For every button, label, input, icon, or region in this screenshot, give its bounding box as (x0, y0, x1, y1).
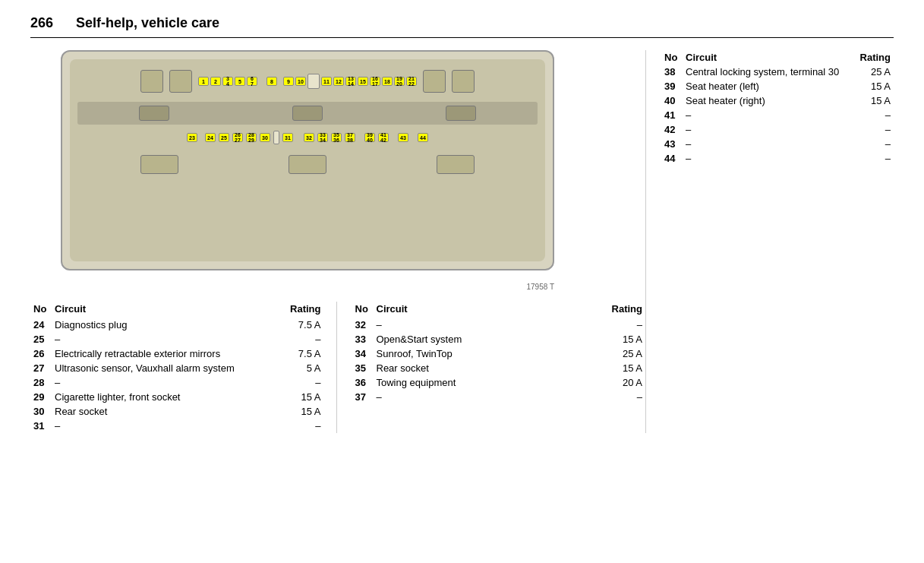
fuse-box-image: 1 2 34 5 67 8 9 10 11 (61, 50, 554, 270)
left-table-col: No Circuit Rating 24 Diagnostics plug 7.… (30, 302, 337, 433)
fuse-rating: 15 A (581, 332, 645, 346)
fuse-circuit: Seat heater (right) (683, 93, 854, 108)
middle-table-col: No Circuit Rating 32 – – 33 Open&Start s… (337, 302, 646, 433)
fuse-rating: – (854, 122, 894, 137)
fuse-no: 25 (30, 332, 52, 346)
right-fuse-table: No Circuit Rating 38 Central locking sys… (661, 50, 894, 166)
fuse-no: 28 (30, 375, 52, 390)
fuse-circuit: Rear socket (52, 404, 278, 419)
fuse-no: 24 (30, 318, 52, 332)
fuse-rating: – (854, 151, 894, 166)
fuse-circuit: Electrically retractable exterior mirror… (52, 346, 278, 361)
fuse-circuit: Ultrasonic sensor, Vauxhall alarm system (52, 361, 278, 375)
fuse-no: 29 (30, 390, 52, 404)
fuse-circuit: Rear socket (374, 361, 581, 375)
fuse-rating: 7.5 A (278, 346, 324, 361)
table-row: 43 – – (661, 137, 894, 151)
fuse-rating: 15 A (278, 404, 324, 419)
table-row: 25 – – (30, 332, 324, 346)
fuse-circuit: Seat heater (left) (683, 79, 854, 93)
fuse-rating: 5 A (278, 361, 324, 375)
fuse-no: 43 (661, 137, 683, 151)
fuse-rating: 20 A (581, 375, 645, 390)
fuse-rating: – (581, 390, 645, 404)
fuse-rating: – (581, 318, 645, 332)
table-row: 28 – – (30, 375, 324, 390)
fuse-circuit: – (52, 332, 278, 346)
left-table-no-header: No (30, 302, 52, 318)
fuse-box-diagram: 1 2 34 5 67 8 9 10 11 (61, 50, 554, 270)
table-row: 37 – – (352, 390, 646, 404)
right-section: No Circuit Rating 38 Central locking sys… (645, 50, 894, 433)
fuse-no: 26 (30, 346, 52, 361)
table-row: 35 Rear socket 15 A (352, 361, 646, 375)
page: 266 Self-help, vehicle care (0, 0, 924, 448)
fuse-rating: 25 A (854, 65, 894, 79)
fuse-no: 44 (661, 151, 683, 166)
fuse-circuit: – (52, 419, 278, 433)
fuse-circuit: Open&Start system (374, 332, 581, 346)
right-table-circuit-header: Circuit (683, 50, 854, 65)
fuse-rating: 15 A (854, 93, 894, 108)
right-table-no-header: No (661, 50, 683, 65)
fuse-rating: – (278, 375, 324, 390)
fuse-rating: 7.5 A (278, 318, 324, 332)
fuse-no: 41 (661, 108, 683, 122)
left-section: 1 2 34 5 67 8 9 10 11 (30, 50, 645, 433)
fuse-no: 35 (352, 361, 374, 375)
left-table-rating-header: Rating (278, 302, 324, 318)
table-row: 40 Seat heater (right) 15 A (661, 93, 894, 108)
table-row: 26 Electrically retractable exterior mir… (30, 346, 324, 361)
right-table-rating-header: Rating (854, 50, 894, 65)
image-reference: 17958 T (61, 283, 554, 291)
content-area: 1 2 34 5 67 8 9 10 11 (30, 50, 894, 433)
table-row: 36 Towing equipment 20 A (352, 375, 646, 390)
page-title: Self-help, vehicle care (76, 15, 219, 31)
fuse-circuit: – (52, 375, 278, 390)
fuse-circuit: Cigarette lighter, front socket (52, 390, 278, 404)
table-row: 30 Rear socket 15 A (30, 404, 324, 419)
fuse-circuit: Diagnostics plug (52, 318, 278, 332)
table-row: 38 Central locking system, terminal 30 2… (661, 65, 894, 79)
fuse-rating: 15 A (854, 79, 894, 93)
fuse-no: 27 (30, 361, 52, 375)
fuse-circuit: – (683, 137, 854, 151)
middle-table-rating-header: Rating (581, 302, 645, 318)
page-number: 266 (30, 15, 53, 31)
fuse-tables-left: No Circuit Rating 24 Diagnostics plug 7.… (30, 302, 645, 433)
fuse-no: 31 (30, 419, 52, 433)
fuse-rating: – (854, 137, 894, 151)
table-row: 24 Diagnostics plug 7.5 A (30, 318, 324, 332)
fuse-no: 34 (352, 346, 374, 361)
table-row: 44 – – (661, 151, 894, 166)
fuse-rating: – (278, 419, 324, 433)
fuse-no: 38 (661, 65, 683, 79)
fuse-rating: 15 A (278, 390, 324, 404)
table-row: 27 Ultrasonic sensor, Vauxhall alarm sys… (30, 361, 324, 375)
fuse-circuit: – (374, 318, 581, 332)
middle-table-circuit-header: Circuit (374, 302, 581, 318)
left-fuse-table: No Circuit Rating 24 Diagnostics plug 7.… (30, 302, 324, 433)
fuse-no: 36 (352, 375, 374, 390)
fuse-circuit: Towing equipment (374, 375, 581, 390)
fuse-circuit: – (683, 151, 854, 166)
table-row: 39 Seat heater (left) 15 A (661, 79, 894, 93)
fuse-circuit: Sunroof, TwinTop (374, 346, 581, 361)
table-row: 32 – – (352, 318, 646, 332)
table-row: 29 Cigarette lighter, front socket 15 A (30, 390, 324, 404)
fuse-no: 40 (661, 93, 683, 108)
fuse-rating: 15 A (581, 361, 645, 375)
table-row: 42 – – (661, 122, 894, 137)
fuse-no: 37 (352, 390, 374, 404)
fuse-circuit: – (374, 390, 581, 404)
table-row: 34 Sunroof, TwinTop 25 A (352, 346, 646, 361)
fuse-circuit: Central locking system, terminal 30 (683, 65, 854, 79)
fuse-circuit: – (683, 122, 854, 137)
table-row: 31 – – (30, 419, 324, 433)
fuse-no: 39 (661, 79, 683, 93)
fuse-no: 32 (352, 318, 374, 332)
page-header: 266 Self-help, vehicle care (30, 15, 894, 38)
fuse-no: 30 (30, 404, 52, 419)
fuse-no: 42 (661, 122, 683, 137)
fuse-rating: – (854, 108, 894, 122)
